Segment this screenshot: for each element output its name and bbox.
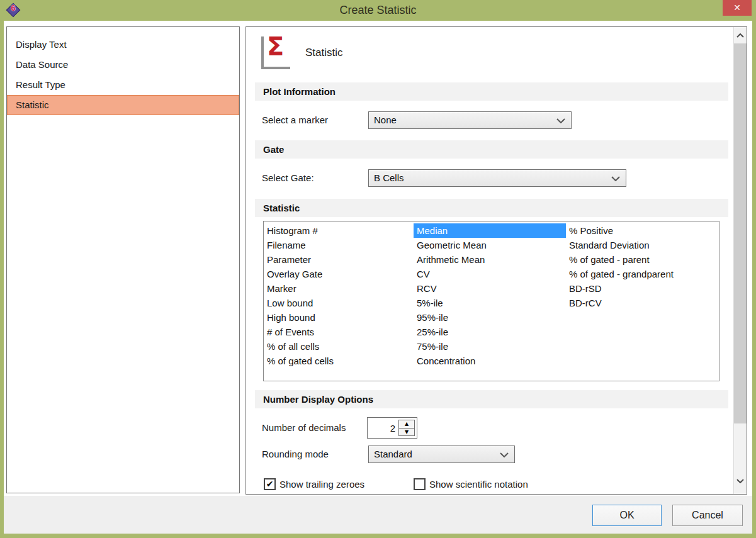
scroll-down-icon[interactable] [734,474,747,488]
sigma-glyph: Σ [267,32,284,61]
ok-button[interactable]: OK [592,505,662,526]
statistic-option[interactable]: 75%-ile [414,339,566,354]
sidebar-item-data-source[interactable]: Data Source [7,55,239,75]
close-icon: ✕ [733,3,741,13]
dialog-body: Display TextData SourceResult TypeStatis… [4,21,752,534]
spinner-buttons: ▲ ▼ [398,420,415,436]
statistic-option[interactable]: RCV [414,281,566,296]
statistic-option[interactable]: # of Events [264,325,414,339]
statistic-option[interactable]: Histogram # [264,223,414,238]
statistic-option[interactable]: Standard Deviation [566,238,719,252]
statistic-option[interactable]: Low bound [264,296,414,310]
create-statistic-dialog: 6 Create Statistic ✕ Display TextData So… [0,0,756,538]
statistic-option[interactable]: 25%-ile [414,325,566,339]
statistic-option[interactable]: % of gated - grandparent [566,267,719,281]
chevron-down-icon [556,118,565,123]
select-marker-label: Select a marker [262,111,328,129]
select-gate-label: Select Gate: [262,169,314,187]
rounding-mode-value: Standard [374,449,412,459]
close-button[interactable]: ✕ [723,0,752,16]
main-panel: Σ Statistic Plot Information Select a ma… [245,26,747,495]
spinner-down-button[interactable]: ▼ [398,428,415,437]
page-title: Statistic [305,47,343,59]
show-trailing-zeroes-label: Show trailing zeroes [279,478,364,491]
number-of-decimals-label: Number of decimals [262,417,346,439]
scrollbar-thumb[interactable] [734,43,747,423]
section-header-plot-information: Plot Information [255,82,728,101]
statistic-option[interactable]: Concentration [414,354,566,368]
chevron-down-icon [611,176,620,181]
statistic-option[interactable]: % of gated cells [264,354,414,368]
rounding-mode-label: Rounding mode [262,446,329,463]
statistic-column: MedianGeometric MeanArithmetic MeanCVRCV… [414,223,566,368]
window-title: Create Statistic [0,0,756,20]
statistic-option[interactable]: 5%-ile [414,296,566,310]
marker-dropdown-value: None [374,115,397,125]
chevron-down-icon [500,452,509,457]
up-triangle-icon: ▲ [405,421,409,427]
show-scientific-notation-checkbox[interactable] [414,478,426,490]
footer-bar: OK Cancel [4,496,752,534]
down-triangle-icon: ▼ [405,429,409,435]
statistic-option[interactable]: 95%-ile [414,310,566,325]
spinner-up-button[interactable]: ▲ [398,420,415,428]
decimals-input[interactable] [368,418,398,438]
statistic-option[interactable]: BD-rCV [566,296,719,310]
show-trailing-zeroes-checkbox[interactable]: ✔ [264,478,276,490]
rounding-mode-dropdown[interactable]: Standard [368,446,515,463]
statistic-option[interactable]: Arithmetic Mean [414,252,566,267]
statistic-listbox: Histogram #FilenameParameterOverlay Gate… [263,221,719,381]
title-bar: 6 Create Statistic ✕ [0,0,756,21]
gate-dropdown-value: B Cells [374,172,404,183]
statistic-option[interactable]: Median [414,223,566,238]
marker-dropdown[interactable]: None [368,111,572,129]
statistic-option[interactable]: Filename [264,238,414,252]
statistic-option[interactable]: % of gated - parent [566,252,719,267]
sidebar-item-result-type[interactable]: Result Type [7,75,239,95]
show-scientific-notation-label: Show scientific notation [429,478,528,491]
section-header-statistic: Statistic [255,199,728,217]
statistic-option[interactable]: Marker [264,281,414,296]
sigma-icon: Σ [261,36,290,69]
sidebar: Display TextData SourceResult TypeStatis… [6,26,240,493]
statistic-option[interactable]: Geometric Mean [414,238,566,252]
statistic-option[interactable]: Overlay Gate [264,267,414,281]
sidebar-item-statistic[interactable]: Statistic [7,95,239,115]
scroll-up-icon[interactable] [734,28,747,42]
cancel-button[interactable]: Cancel [672,505,743,526]
statistic-option[interactable]: % of all cells [264,339,414,354]
statistic-option[interactable]: Parameter [264,252,414,267]
statistic-option[interactable]: % Positive [566,223,719,238]
section-header-number-display-options: Number Display Options [255,390,728,408]
statistic-option[interactable]: CV [414,267,566,281]
sidebar-item-display-text[interactable]: Display Text [7,35,239,55]
decimals-spinner: ▲ ▼ [367,417,417,439]
section-header-gate: Gate [255,140,728,159]
vertical-scrollbar[interactable] [733,27,747,494]
statistic-option[interactable]: High bound [264,310,414,325]
gate-dropdown[interactable]: B Cells [368,169,626,187]
statistic-column: % PositiveStandard Deviation% of gated -… [566,223,719,310]
statistic-option[interactable]: BD-rSD [566,281,719,296]
statistic-column: Histogram #FilenameParameterOverlay Gate… [264,223,414,368]
